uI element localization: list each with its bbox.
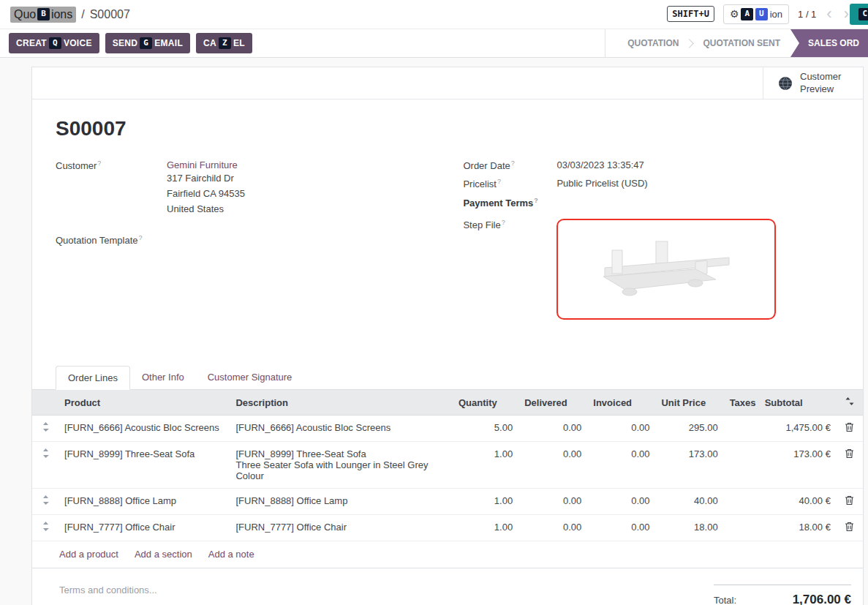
chevron-left-icon[interactable]: ‹: [825, 6, 833, 22]
cell-taxes[interactable]: [724, 489, 759, 515]
breadcrumb-quotations[interactable]: Quo B ions: [10, 7, 76, 23]
create-invoice-label-suffix: VOICE: [64, 38, 92, 48]
pricelist-label: Pricelist?: [463, 178, 556, 189]
breadcrumb-parent-suffix: ions: [51, 8, 72, 21]
chevron-right-icon[interactable]: ›: [842, 6, 850, 22]
quotation-template-field[interactable]: Quotation Template?: [56, 234, 463, 246]
drag-handle-icon[interactable]: [32, 489, 59, 515]
columns-toggle-icon[interactable]: [837, 390, 863, 416]
action-button-group: CREAT Q VOICE SEND G EMAIL CA Z EL: [9, 29, 252, 57]
cell-quantity[interactable]: 1.00: [453, 442, 518, 489]
trash-icon[interactable]: [837, 442, 863, 489]
order-date-value[interactable]: 03/03/2023 13:35:47: [556, 159, 644, 171]
status-step-quotation[interactable]: QUOTATION: [617, 38, 689, 48]
add-section-link[interactable]: Add a section: [135, 549, 192, 560]
cell-invoiced[interactable]: 0.00: [587, 442, 655, 489]
cell-invoiced[interactable]: 0.00: [587, 416, 655, 442]
payment-terms-label: Payment Terms?: [463, 197, 556, 208]
status-step-sales-order[interactable]: SALES ORD: [790, 29, 868, 57]
cell-unit-price[interactable]: 40.00: [655, 489, 723, 515]
terms-placeholder[interactable]: Terms and conditions...: [59, 585, 157, 605]
cell-unit-price[interactable]: 295.00: [655, 416, 723, 442]
hotkey-badge-q: Q: [49, 37, 61, 49]
customer-label: Customer?: [56, 159, 167, 217]
total-label: Total:: [714, 595, 736, 605]
tab-customer-signature[interactable]: Customer Signature: [196, 366, 304, 389]
cell-delivered[interactable]: 0.00: [518, 515, 587, 541]
tab-other-info[interactable]: Other Info: [130, 366, 196, 389]
cell-taxes[interactable]: [724, 515, 759, 541]
cell-product[interactable]: [FURN_6666] Acoustic Bloc Screens: [59, 416, 230, 442]
pricelist-value[interactable]: Public Pricelist (USD): [556, 178, 647, 189]
cancel-label-suffix: EL: [233, 38, 245, 48]
action-menu-button[interactable]: ⚙ A U ion: [723, 4, 789, 23]
column-header-unit-price: Unit Price: [655, 390, 723, 416]
cell-description[interactable]: [FURN_8888] Office Lamp: [230, 489, 453, 515]
sheet-bottom: Terms and conditions... Total: 1,706.00 …: [32, 568, 863, 605]
drag-handle-icon[interactable]: [32, 515, 59, 541]
customer-name-link[interactable]: Gemini Furniture: [167, 159, 238, 170]
customer-label-text: Customer: [56, 160, 97, 171]
cell-product[interactable]: [FURN_8888] Office Lamp: [59, 489, 230, 515]
gear-icon: ⚙: [730, 8, 739, 20]
corner-button[interactable]: C: [850, 4, 868, 25]
cell-product[interactable]: [FURN_7777] Office Chair: [59, 515, 230, 541]
cell-product[interactable]: [FURN_8999] Three-Seat Sofa: [59, 442, 230, 489]
description-line-2: Three Seater Sofa with Lounger in Steel …: [235, 459, 447, 481]
cell-quantity[interactable]: 1.00: [453, 489, 518, 515]
order-date-label-text: Order Date: [463, 160, 510, 171]
top-bar: Quo B ions / S00007 SHIFT+U ⚙ A U ion 1 …: [0, 0, 868, 29]
customer-preview-button[interactable]: Customer Preview: [763, 67, 863, 99]
cell-description[interactable]: [FURN_8999] Three-Seat Sofa Three Seater…: [230, 442, 453, 489]
step-file-field: Step File?: [463, 219, 839, 320]
column-header-taxes: Taxes: [724, 390, 759, 416]
hotkey-badge-c: C: [858, 8, 868, 20]
column-header-product: Product: [59, 390, 230, 416]
breadcrumb-current: S00007: [90, 8, 130, 21]
quotation-template-label-text: Quotation Template: [56, 235, 138, 246]
payment-terms-field[interactable]: Payment Terms?: [463, 197, 839, 208]
control-panel: CREAT Q VOICE SEND G EMAIL CA Z EL QUOTA…: [0, 29, 868, 58]
help-marker: ?: [497, 178, 501, 185]
cell-unit-price[interactable]: 18.00: [655, 515, 723, 541]
trash-icon[interactable]: [837, 515, 863, 541]
create-invoice-button[interactable]: CREAT Q VOICE: [9, 33, 99, 53]
cell-delivered[interactable]: 0.00: [518, 442, 587, 489]
form-sheet: Customer Preview S00007 Customer? Gemini…: [31, 67, 864, 605]
hotkey-badge-a: A: [741, 8, 753, 20]
globe-icon: [778, 76, 793, 91]
cell-quantity[interactable]: 5.00: [453, 416, 518, 442]
cell-delivered[interactable]: 0.00: [518, 416, 587, 442]
help-marker: ?: [139, 234, 143, 241]
cell-description[interactable]: [FURN_7777] Office Chair: [230, 515, 453, 541]
cell-invoiced[interactable]: 0.00: [587, 489, 655, 515]
cell-description[interactable]: [FURN_6666] Acoustic Bloc Screens: [230, 416, 453, 442]
send-email-button[interactable]: SEND G EMAIL: [105, 33, 190, 53]
cell-taxes[interactable]: [724, 442, 759, 489]
cell-quantity[interactable]: 1.00: [453, 515, 518, 541]
tab-order-lines[interactable]: Order Lines: [56, 366, 130, 390]
pager[interactable]: 1 / 1: [798, 9, 816, 20]
cancel-button[interactable]: CA Z EL: [196, 33, 252, 53]
step-file-image[interactable]: [556, 219, 776, 320]
customer-address-line: 317 Fairchild Dr: [167, 170, 245, 186]
hotkey-badge-g: G: [140, 37, 152, 49]
add-product-link[interactable]: Add a product: [59, 549, 118, 560]
column-header-subtotal: Subtotal: [759, 390, 837, 416]
pricelist-label-text: Pricelist: [463, 179, 497, 190]
cell-delivered[interactable]: 0.00: [518, 489, 587, 515]
customer-address-line: Fairfield CA 94535: [167, 186, 245, 201]
top-right-controls: SHIFT+U ⚙ A U ion 1 / 1 ‹ ›: [667, 4, 868, 23]
status-step-quotation-sent[interactable]: QUOTATION SENT: [692, 38, 790, 48]
cell-invoiced[interactable]: 0.00: [587, 515, 655, 541]
drag-handle-icon[interactable]: [32, 442, 59, 489]
sheet-header-row: Customer Preview: [32, 67, 863, 99]
trash-icon[interactable]: [837, 416, 863, 442]
total-value: 1,706.00 €: [793, 593, 851, 605]
cell-unit-price[interactable]: 173.00: [655, 442, 723, 489]
breadcrumb-separator: /: [81, 8, 84, 21]
cell-taxes[interactable]: [724, 416, 759, 442]
trash-icon[interactable]: [837, 489, 863, 515]
drag-handle-icon[interactable]: [32, 416, 59, 442]
add-note-link[interactable]: Add a note: [208, 549, 254, 560]
